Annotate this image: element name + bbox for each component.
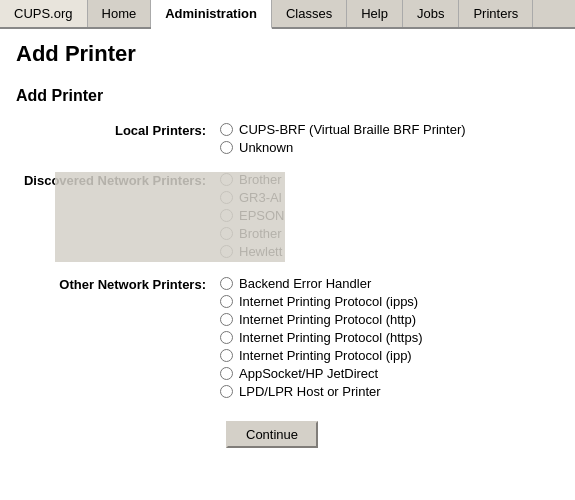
blur-overlay (55, 172, 285, 262)
radio-ipp-https[interactable] (220, 331, 233, 344)
radio-lpd-lpr[interactable] (220, 385, 233, 398)
radio-ipp-http[interactable] (220, 313, 233, 326)
radio-row-ipp-ipp: Internet Printing Protocol (ipp) (220, 348, 553, 363)
label-ipp-https[interactable]: Internet Printing Protocol (https) (239, 330, 423, 345)
radio-appsocket[interactable] (220, 367, 233, 380)
radio-row-ipp-http: Internet Printing Protocol (http) (220, 312, 553, 327)
nav-classes[interactable]: Classes (272, 0, 347, 27)
discovered-printers-container: Brother GR3-Al EPSON Brother (220, 172, 285, 262)
nav-administration[interactable]: Administration (151, 0, 272, 29)
nav-home[interactable]: Home (88, 0, 152, 27)
spacer-row-1 (16, 161, 559, 169)
radio-row-unknown: Unknown (220, 140, 553, 155)
radio-ipp-ipps[interactable] (220, 295, 233, 308)
local-printers-row: Local Printers: CUPS-BRF (Virtual Braill… (16, 119, 559, 161)
button-row: Continue (16, 421, 559, 448)
local-printers-label: Local Printers: (16, 119, 216, 161)
radio-row-ipp-ipps: Internet Printing Protocol (ipps) (220, 294, 553, 309)
other-printers-row: Other Network Printers: Backend Error Ha… (16, 273, 559, 405)
label-ipp-http[interactable]: Internet Printing Protocol (http) (239, 312, 416, 327)
radio-row-backend-error: Backend Error Handler (220, 276, 553, 291)
spacer-row-2 (16, 265, 559, 273)
radio-row-ipp-https: Internet Printing Protocol (https) (220, 330, 553, 345)
local-printers-options: CUPS-BRF (Virtual Braille BRF Printer) U… (216, 119, 559, 161)
label-appsocket[interactable]: AppSocket/HP JetDirect (239, 366, 378, 381)
nav-help[interactable]: Help (347, 0, 403, 27)
label-cups-brf[interactable]: CUPS-BRF (Virtual Braille BRF Printer) (239, 122, 466, 137)
radio-cups-brf[interactable] (220, 123, 233, 136)
label-ipp-ipp[interactable]: Internet Printing Protocol (ipp) (239, 348, 412, 363)
other-printers-options: Backend Error Handler Internet Printing … (216, 273, 559, 405)
radio-row-cups-brf: CUPS-BRF (Virtual Braille BRF Printer) (220, 122, 553, 137)
nav-jobs[interactable]: Jobs (403, 0, 459, 27)
label-lpd-lpr[interactable]: LPD/LPR Host or Printer (239, 384, 381, 399)
radio-unknown[interactable] (220, 141, 233, 154)
nav-printers[interactable]: Printers (459, 0, 533, 27)
main-nav: CUPS.org Home Administration Classes Hel… (0, 0, 575, 29)
radio-ipp-ipp[interactable] (220, 349, 233, 362)
label-ipp-ipps[interactable]: Internet Printing Protocol (ipps) (239, 294, 418, 309)
label-backend-error[interactable]: Backend Error Handler (239, 276, 371, 291)
radio-backend-error[interactable] (220, 277, 233, 290)
add-printer-form: Local Printers: CUPS-BRF (Virtual Braill… (16, 119, 559, 405)
continue-button[interactable]: Continue (226, 421, 318, 448)
label-unknown[interactable]: Unknown (239, 140, 293, 155)
radio-row-lpd-lpr: LPD/LPR Host or Printer (220, 384, 553, 399)
page-content: Add Printer Add Printer Local Printers: … (0, 29, 575, 460)
radio-row-appsocket: AppSocket/HP JetDirect (220, 366, 553, 381)
nav-cups-org[interactable]: CUPS.org (0, 0, 88, 27)
page-title: Add Printer (16, 41, 559, 67)
section-title: Add Printer (16, 87, 559, 105)
discovered-printers-options: Brother GR3-Al EPSON Brother (216, 169, 559, 265)
discovered-printers-row: Discovered Network Printers: Brother GR3… (16, 169, 559, 265)
other-printers-label: Other Network Printers: (16, 273, 216, 405)
